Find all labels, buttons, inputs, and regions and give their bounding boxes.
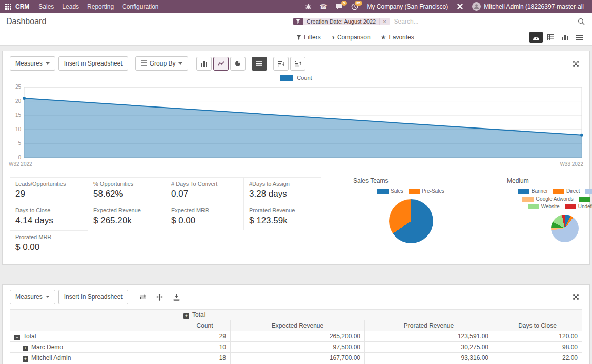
pivot-corner-cell [10,310,179,331]
legend-item[interactable]: Undefined [565,204,592,209]
chart-legend[interactable]: Count [3,75,589,81]
legend-item[interactable]: Google Adwords [522,196,573,202]
group-by-button[interactable]: Group By [135,56,189,71]
legend-swatch [579,197,590,202]
kpi-expected-mrr: Expected MRR$ 0.00 [166,204,243,230]
pivot-column-header[interactable]: Days to Close [493,320,582,331]
measures-button[interactable]: Measures [10,56,55,71]
kpi-grid: Leads/Opportunities29 % Opportunities58.… [10,177,321,257]
search-bar: Creation Date: August 2022 × [293,18,586,25]
svg-text:5: 5 [18,140,21,146]
favorites-button[interactable]: ★ Favorites [381,34,414,41]
pivot-cell: 120.00 [493,331,582,342]
comparison-button[interactable]: ◑ Comparison [331,34,371,41]
legend-item[interactable]: Direct [553,188,580,194]
expand-icon[interactable]: + [183,313,189,319]
legend-item[interactable]: Phone [579,196,592,202]
view-switcher [529,32,586,43]
activities-icon[interactable]: 35 [348,0,362,13]
sort-descending-button[interactable] [273,57,289,71]
fullscreen-icon[interactable] [569,57,582,70]
legend-swatch [528,204,539,209]
pivot-column-header[interactable]: Expected Revenue [231,320,365,331]
legend-label: Google Adwords [536,196,573,202]
medium-legend: BannerDirectEmailGoogle AdwordsPhoneWebs… [507,188,592,209]
pivot-row: −Total29265,200.00123,591.00120.00 [10,331,582,342]
kpi-days-to-convert: # Days To Convert0.07 [166,177,243,204]
sort-ascending-button[interactable] [290,57,305,71]
bar-chart-button[interactable] [196,57,212,71]
pivot-group-header[interactable]: +Total [179,310,582,320]
messages-icon[interactable]: 5 [332,0,346,13]
pivot-body: −Total29265,200.00123,591.00120.00+Marc … [10,331,582,364]
top-navbar: CRM Sales Leads Reporting Configuration … [0,0,592,13]
dashboard-view-button[interactable] [529,32,543,43]
pivot-row: +Marc Demo1097,500.0030,275.0098.00 [10,342,582,353]
legend-item[interactable]: Website [528,204,560,209]
download-icon[interactable] [169,290,185,304]
menu-reporting[interactable]: Reporting [83,0,118,13]
caret-down-icon [46,62,50,65]
menu-configuration[interactable]: Configuration [118,0,162,13]
kpi-section: Leads/Opportunities29 % Opportunities58.… [10,177,589,264]
phone-icon[interactable]: ☎ [316,0,331,13]
svg-text:20: 20 [15,98,22,104]
debug-icon[interactable] [301,0,315,13]
breadcrumb-row: Dashboard Creation Date: August 2022 × [0,13,592,30]
control-panel: Dashboard Creation Date: August 2022 × F… [0,13,592,46]
pivot-column-header[interactable]: Count [179,320,231,331]
pivot-column-header[interactable]: Prorated Revenue [365,320,493,331]
pivot-cell: 97,500.00 [231,342,365,353]
measures-button[interactable]: Measures [10,290,55,304]
flip-axis-icon[interactable] [135,290,151,304]
menu-leads[interactable]: Leads [58,0,83,13]
company-switcher[interactable]: My Company (San Francisco) [363,3,453,10]
expand-all-icon[interactable] [152,290,168,304]
apps-grid-icon[interactable] [4,0,13,13]
line-chart-button[interactable] [213,57,229,71]
legend-item[interactable]: Banner [518,188,548,194]
sales-teams-legend: SalesPre-Sales [353,188,468,194]
facet-remove-icon[interactable]: × [379,18,389,25]
caret-down-icon [178,62,182,65]
pivot-row-header[interactable]: −Total [10,331,179,342]
search-facet[interactable]: Creation Date: August 2022 × [293,18,390,25]
chart-legend-label: Count [297,75,312,81]
pivot-row: +Mitchell Admin18167,700.0093,316.0022.0… [10,353,582,363]
cohort-view-button[interactable] [573,32,586,43]
legend-item[interactable]: Email [585,188,592,194]
filters-row: Filters ◑ Comparison ★ Favorites [0,30,592,45]
graph-toolbar: Measures Insert in Spreadsheet Group By [3,51,589,75]
legend-label: Direct [566,188,580,194]
medium-pie [551,215,579,242]
search-icon[interactable] [577,18,586,25]
expand-icon[interactable]: + [23,356,28,362]
expand-icon[interactable]: + [23,346,28,351]
developer-tools-icon[interactable] [453,0,467,13]
pivot-row-header[interactable]: +Marc Demo [10,342,179,353]
menu-sales[interactable]: Sales [34,0,58,13]
stacked-button[interactable] [252,57,267,71]
app-name[interactable]: CRM [13,0,34,13]
search-input[interactable] [394,18,577,25]
graph-view-button[interactable] [558,32,571,43]
pivot-row-header[interactable]: +Mitchell Admin [10,353,179,363]
activities-badge: 35 [355,1,362,6]
pivot-cell: 265,200.00 [231,331,365,342]
legend-item[interactable]: Pre-Sales [409,188,444,194]
kpi-days-to-assign: #Days to Assign3.28 days [243,177,321,204]
fullscreen-icon[interactable] [569,291,582,303]
pivot-cell: 93,316.00 [365,353,493,363]
insert-spreadsheet-button[interactable]: Insert in Spreadsheet [58,290,128,304]
user-menu[interactable]: Mitchell Admin (18226397-master-all [468,2,588,11]
pivot-view-button[interactable] [544,32,557,43]
legend-item[interactable]: Sales [377,188,403,194]
pie-chart-button[interactable] [230,57,246,71]
filters-button[interactable]: Filters [296,34,321,41]
filter-facet-icon [293,18,303,25]
insert-spreadsheet-button[interactable]: Insert in Spreadsheet [58,56,128,71]
filter-group: Filters ◑ Comparison ★ Favorites [296,34,414,41]
collapse-icon[interactable]: − [14,335,20,340]
topbar-right: ☎ 5 35 My Company (San Francisco) Mitche… [301,0,588,13]
pivot-cell: 123,591.00 [365,331,493,342]
